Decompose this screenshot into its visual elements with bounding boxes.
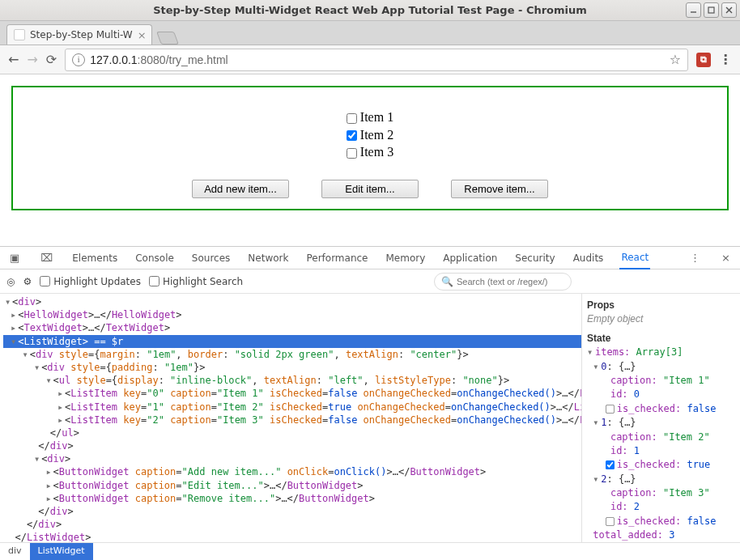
state-leaf: id: 2 [587,500,735,514]
maximize-button[interactable] [704,2,719,18]
forward-button[interactable]: → [27,52,37,67]
item-checkbox[interactable] [347,148,357,159]
tab-audits[interactable]: Audits [572,248,606,269]
button-row: Add new item... Edit item... Remove item… [23,180,717,198]
item-label: Item 3 [360,145,393,159]
tab-network[interactable]: Network [246,248,290,269]
highlight-search-checkbox[interactable]: Highlight Search [149,276,243,287]
react-side-panel: Props Empty object State ▾items: Array[3… [581,294,740,542]
state-leaf: caption: "Item 1" [587,374,735,388]
edit-item-button[interactable]: Edit item... [321,180,419,198]
state-leaf: caption: "Item 2" [587,431,735,444]
remove-item-button[interactable]: Remove item... [451,180,548,198]
tab-react[interactable]: React [619,247,650,269]
state-row[interactable]: ▾1: {…} [587,416,735,430]
react-search[interactable]: 🔍 [434,273,572,291]
reload-button[interactable]: ⟳ [46,52,57,67]
devtools-body: ▾<div> ▸<HelloWidget>…</HelloWidget> ▸<T… [0,294,740,542]
state-leaf[interactable]: is_checked: false [587,402,735,416]
page-favicon [14,29,25,40]
add-item-button[interactable]: Add new item... [192,180,289,198]
devtools-close-icon[interactable]: × [718,252,734,264]
state-leaf: caption: "Item 3" [587,486,735,500]
state-leaf: id: 0 [587,388,735,401]
crumb-listwidget[interactable]: ListWidget [30,543,93,560]
state-row[interactable]: ▾2: {…} [587,473,735,486]
react-component-tree[interactable]: ▾<div> ▸<HelloWidget>…</HelloWidget> ▸<T… [0,294,581,542]
inspect-icon[interactable]: ▣ [6,252,23,264]
item-checkbox[interactable] [347,130,357,141]
site-info-icon[interactable]: i [72,53,85,66]
tab-sources[interactable]: Sources [190,248,232,269]
list-item: Item 1 [347,108,393,126]
tab-console[interactable]: Console [134,248,176,269]
page-viewport: Item 1 Item 2 Item 3 Add new item... Edi… [0,74,740,560]
window-buttons [686,2,737,18]
extension-icon[interactable]: ⧉ [696,53,711,67]
highlight-updates-checkbox[interactable]: Highlight Updates [40,276,141,287]
list-item: Item 2 [347,126,393,144]
state-leaf[interactable]: is_checked: false [587,515,735,528]
crumb-div[interactable]: div [0,543,30,560]
address-bar[interactable]: i 127.0.0.1:8080/try_me.html ☆ [65,49,688,71]
tab-performance[interactable]: Performance [304,248,369,269]
bookmark-star-icon[interactable]: ☆ [670,52,681,67]
props-empty: Empty object [587,312,735,326]
state-items[interactable]: ▾items: Array[3] [587,346,735,359]
svg-rect-1 [708,7,714,13]
browser-tab[interactable]: Step-by-Step Multi-W × [6,24,152,45]
item-label: Item 1 [360,110,393,124]
chrome-menu-icon[interactable]: ⋮ [719,52,732,67]
devtools-menu-icon[interactable]: ⋮ [687,252,704,264]
search-icon: 🔍 [441,276,453,287]
props-header: Props [587,299,735,312]
items-wrapper: Item 1 Item 2 Item 3 [23,98,717,172]
state-header: State [587,332,735,346]
state-leaf[interactable]: is_checked: true [587,458,735,472]
tab-application[interactable]: Application [441,248,499,269]
breadcrumb: div ListWidget [0,542,740,560]
page-body: Item 1 Item 2 Item 3 Add new item... Edi… [0,74,740,222]
state-leaf: id: 1 [587,444,735,458]
state-row[interactable]: ▾0: {…} [587,360,735,374]
window-title: Step-by-Step Multi-Widget React Web App … [153,4,587,16]
tab-security[interactable]: Security [513,248,556,269]
highlight-search-label: Highlight Search [163,276,243,287]
items-list: Item 1 Item 2 Item 3 [347,108,393,161]
list-widget-container: Item 1 Item 2 Item 3 Add new item... Edi… [11,86,729,210]
device-toolbar-icon[interactable]: ⌧ [37,252,56,264]
react-toolbar: ◎ ⚙ Highlight Updates Highlight Search 🔍 [0,269,740,294]
url-text: 127.0.0.1:8080/try_me.html [90,53,664,66]
tab-close-icon[interactable]: × [138,29,147,41]
react-inspect-icon[interactable]: ◎ [6,276,15,287]
list-item: Item 3 [347,143,393,161]
new-tab-button[interactable] [156,32,179,45]
highlight-updates-label: Highlight Updates [53,276,141,287]
tab-strip: Step-by-Step Multi-W × [0,21,740,45]
back-button[interactable]: ← [8,52,19,67]
tab-elements[interactable]: Elements [70,248,119,269]
state-leaf: total_added: 3 [587,528,735,542]
react-search-input[interactable] [457,277,568,286]
item-checkbox[interactable] [347,113,357,124]
close-button[interactable] [721,2,737,18]
browser-toolbar: ← → ⟳ i 127.0.0.1:8080/try_me.html ☆ ⧉ ⋮ [0,45,740,74]
tab-memory[interactable]: Memory [384,248,427,269]
react-settings-icon[interactable]: ⚙ [23,276,32,287]
devtools-tabbar: ▣ ⌧ Elements Console Sources Network Per… [0,247,740,269]
devtools-panel: ▣ ⌧ Elements Console Sources Network Per… [0,246,740,560]
minimize-button[interactable] [686,2,701,18]
item-label: Item 2 [360,128,393,142]
window-titlebar: Step-by-Step Multi-Widget React Web App … [0,0,740,21]
tab-title: Step-by-Step Multi-W [30,29,133,40]
